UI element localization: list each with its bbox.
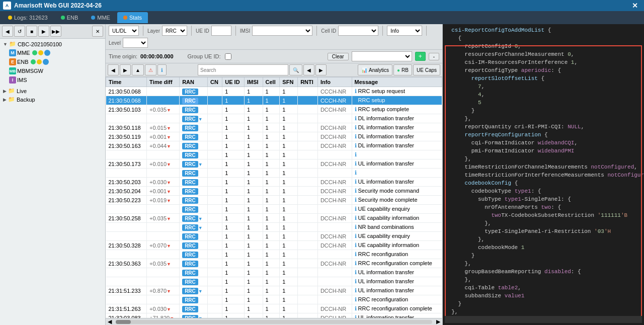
- table-row[interactable]: 21:30:50.173 +0.010▼ RRC▼ 1 1 1 1 DCCH-N…: [106, 159, 442, 169]
- info-dropdown[interactable]: Info: [387, 26, 422, 36]
- sidebar-item-cbc[interactable]: ▼ 📁 CBC-2021050100: [1, 40, 104, 48]
- sidebar-btn-prev[interactable]: ◀: [2, 26, 13, 37]
- table-row[interactable]: 21:30:50.223 +0.019▼ RRC 1 1 1 1 DCCH-NR…: [106, 196, 442, 205]
- sidebar-btn-stop[interactable]: ■: [26, 26, 37, 37]
- col-message[interactable]: Message: [352, 77, 442, 87]
- sidebar-item-backup[interactable]: ▶ 📁 Backup: [1, 95, 104, 104]
- table-row[interactable]: 21:30:50.068 RRC▼ 1 1 1 1 CCCH-NR ℹRRC s…: [106, 96, 442, 105]
- cell-time-diff: [147, 232, 180, 241]
- scrollbar-track[interactable]: [116, 320, 432, 324]
- info-btn[interactable]: ℹ: [157, 64, 167, 75]
- enb-btn-blue[interactable]: [43, 59, 49, 65]
- col-info[interactable]: Info: [317, 77, 352, 87]
- table-row[interactable]: RRC 1 1 1 1 ℹUE capability enquiry: [106, 205, 442, 214]
- table-row[interactable]: 21:30:50.118 +0.015▼ RRC 1 1 1 1 DCCH-NR…: [106, 123, 442, 132]
- table-row[interactable]: RRC 1 1 1 1 ℹUL information transfer: [106, 277, 442, 286]
- sidebar-btn-refresh[interactable]: ↺: [14, 26, 25, 37]
- sidebar-item-enb[interactable]: E ENB: [7, 57, 104, 66]
- table-row[interactable]: 21:30:50.258 +0.035▼ RRC▼ 1 1 1 1 DCCH-N…: [106, 214, 442, 223]
- minus-button[interactable]: -: [429, 53, 439, 60]
- table-row[interactable]: RRC 1 1 1 1 ℹ: [106, 150, 442, 159]
- table-row[interactable]: RRC 1 1 1 1 ℹRRC reconfiguration: [106, 295, 442, 304]
- nav-back-btn[interactable]: ◀: [108, 64, 119, 75]
- table-row[interactable]: RRC 1 1 1 1 DCCH-NR ℹUE capability enqui…: [106, 232, 442, 241]
- sidebar-item-live[interactable]: ▶ 📁 Live: [1, 87, 104, 95]
- cell-sfn: 1: [280, 277, 298, 286]
- tab-stats[interactable]: Stats: [117, 12, 148, 23]
- scroll-right[interactable]: ▶: [434, 318, 442, 325]
- ueid-input[interactable]: [211, 26, 231, 36]
- table-row[interactable]: 21:30:50.103 +0.035▼ RRC 1 1 1 1 DCCH-NR…: [106, 105, 442, 114]
- sidebar-item-mbms[interactable]: MB MBMSGW: [7, 66, 104, 75]
- cell-ran: RRC: [180, 178, 208, 187]
- nav-up-btn[interactable]: ▲: [132, 64, 144, 75]
- col-imsi[interactable]: IMSI: [245, 77, 263, 87]
- cellid-dropdown[interactable]: [338, 26, 378, 36]
- cell-cn: [208, 250, 222, 259]
- cell-message: ℹRRC setup request: [352, 87, 442, 96]
- code-scrollbar[interactable]: [445, 316, 642, 323]
- mode-dropdown[interactable]: UL/DLULDL: [109, 26, 139, 36]
- cell-ran: RRC: [180, 123, 208, 132]
- table-row[interactable]: RRC 1 1 1 1 ℹ: [106, 169, 442, 178]
- code-line: subType type1-SinglePanel: {: [445, 195, 642, 203]
- table-row[interactable]: RRC▼ 1 1 1 1 ℹNR band combinations: [106, 223, 442, 232]
- level-dropdown[interactable]: [123, 38, 148, 48]
- col-sfn[interactable]: SFN: [280, 77, 298, 87]
- sidebar-item-mme[interactable]: M MME: [7, 48, 104, 57]
- layer-dropdown[interactable]: RRCMACPHYNAS: [162, 26, 187, 36]
- nav-next-btn2[interactable]: ▶: [315, 64, 327, 75]
- table-row[interactable]: 21:30:50.119 +0.001▼ RRC 1 1 1 1 DCCH-NR…: [106, 132, 442, 141]
- close-button[interactable]: ✕: [629, 2, 641, 10]
- cell-rnti: [298, 96, 318, 105]
- col-time-diff[interactable]: Time diff: [147, 77, 180, 87]
- sidebar-close-btn[interactable]: ✕: [92, 26, 103, 37]
- search-input[interactable]: [198, 64, 288, 75]
- tab-logs[interactable]: Logs: 312623: [2, 12, 54, 23]
- tab-mme[interactable]: MME: [85, 12, 116, 23]
- sidebar-btn-play[interactable]: ▶: [38, 26, 49, 37]
- col-rnti[interactable]: RNTI: [298, 77, 318, 87]
- table-row[interactable]: 21:32:03.083 +71.820▼ RRC▼ 1 1 1 1 DCCH-…: [106, 313, 442, 318]
- imsi-dropdown[interactable]: [252, 26, 312, 36]
- table-row[interactable]: 21:30:50.163 +0.044▼ RRC 1 1 1 1 DCCH-NR…: [106, 141, 442, 150]
- clear-button[interactable]: Clear: [328, 53, 349, 60]
- cell-cn: [208, 96, 222, 105]
- table-row[interactable]: 21:30:50.204 +0.001▼ RRC 1 1 1 1 DCCH-NR…: [106, 187, 442, 196]
- analytics-btn[interactable]: 📊 Analytics: [358, 64, 392, 75]
- col-time[interactable]: Time: [106, 77, 147, 87]
- cell-message: ℹRRC setup: [352, 96, 442, 105]
- cell-cell: 1: [263, 295, 280, 304]
- nav-prev-btn2[interactable]: ◀: [303, 64, 314, 75]
- table-row[interactable]: 21:30:50.328 +0.070▼ RRC 1 1 1 1 DCCH-NR…: [106, 241, 442, 250]
- table-row[interactable]: 21:30:50.363 +0.035▼ RRC 1 1 1 1 DCCH-NR…: [106, 259, 442, 268]
- table-row[interactable]: RRC▼ 1 1 1 1 ℹDL information transfer: [106, 114, 442, 123]
- table-row[interactable]: 21:30:50.203 +0.030▼ RRC 1 1 1 1 DCCH-NR…: [106, 178, 442, 187]
- table-row[interactable]: RRC 1 1 1 1 ℹUL information transfer: [106, 268, 442, 277]
- cell-time: [106, 250, 147, 259]
- table-row[interactable]: 21:30:50.068 RRC 1 1 1 1 CCCH-NR ℹRRC se…: [106, 87, 442, 96]
- config-select[interactable]: [352, 51, 412, 61]
- group-ue-checkbox[interactable]: [225, 53, 231, 60]
- cell-ran: RRC: [180, 132, 208, 141]
- table-row[interactable]: RRC 1 1 1 1 ℹRRC reconfiguration: [106, 250, 442, 259]
- add-button[interactable]: +: [415, 52, 426, 61]
- col-cell[interactable]: Cell: [263, 77, 280, 87]
- tab-enb[interactable]: ENB: [55, 12, 85, 23]
- sidebar-btn-next[interactable]: ▶▶: [50, 26, 61, 37]
- col-ran[interactable]: RAN: [180, 77, 208, 87]
- col-ueid[interactable]: UE ID: [222, 77, 245, 87]
- table-row[interactable]: 21:31:51.233 +0.870▼ RRC▼ 1 1 1 1 DCCH-N…: [106, 286, 442, 295]
- table-row[interactable]: 21:31:51.263 +0.030▼ RRC 1 1 1 1 DCCH-NR…: [106, 304, 442, 313]
- cell-ran: RRC▼: [180, 214, 208, 223]
- mme-btn-blue[interactable]: [44, 50, 50, 56]
- search-filter-btn[interactable]: 🔍: [289, 64, 302, 75]
- ue-caps-btn[interactable]: UE Caps: [413, 64, 440, 75]
- rb-btn[interactable]: ● RB: [393, 64, 412, 75]
- nav-fwd-btn[interactable]: ▶: [120, 64, 131, 75]
- col-cn[interactable]: CN: [208, 77, 222, 87]
- sidebar-item-ims[interactable]: I IMS: [7, 75, 104, 85]
- info-group: Info: [387, 26, 422, 36]
- scroll-left[interactable]: ◀: [106, 318, 114, 325]
- warning-btn[interactable]: ⚠: [145, 64, 156, 75]
